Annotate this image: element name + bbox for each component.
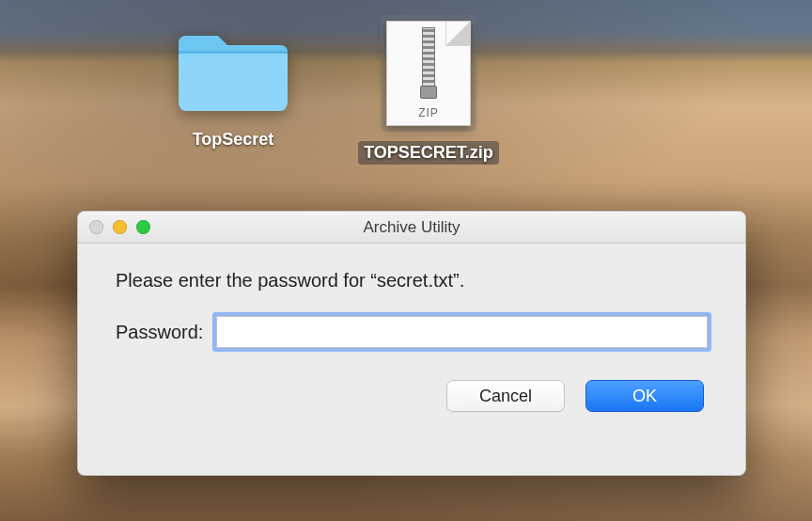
zip-extension-label: ZIP [387,106,470,119]
prompt-text: Please enter the password for “secret.tx… [116,270,708,292]
minimize-icon[interactable] [113,220,127,234]
zoom-icon[interactable] [136,220,150,234]
password-label: Password: [116,322,203,343]
svg-rect-0 [179,51,288,54]
desktop-icon-label: TopSecret [187,128,280,151]
archive-utility-window: Archive Utility Please enter the passwor… [77,211,746,476]
titlebar[interactable]: Archive Utility [78,212,745,244]
window-title: Archive Utility [364,218,461,237]
desktop-icon-folder[interactable]: TopSecret [158,24,308,151]
zip-file-icon: ZIP [381,15,476,132]
password-input[interactable] [216,316,708,348]
cancel-button[interactable]: Cancel [446,380,565,412]
desktop-icon-label: TOPSECRET.zip [358,141,499,165]
close-icon[interactable] [89,220,103,234]
desktop-icon-zip[interactable]: ZIP TOPSECRET.zip [353,15,504,165]
folder-icon [171,24,295,118]
ok-button[interactable]: OK [586,380,704,412]
window-controls [89,220,150,234]
